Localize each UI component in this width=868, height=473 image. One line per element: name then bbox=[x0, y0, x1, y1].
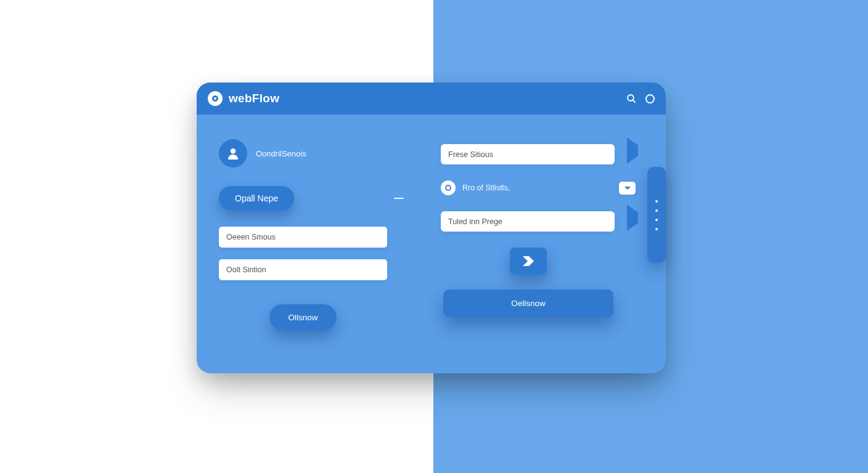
card-header: webFlow bbox=[197, 83, 666, 115]
play-icon-1[interactable] bbox=[627, 145, 638, 156]
right-input-3[interactable] bbox=[441, 211, 615, 232]
main-card: webFlow OondrilSenois bbox=[197, 83, 666, 373]
svg-line-1 bbox=[633, 100, 635, 102]
dropdown-button[interactable] bbox=[619, 182, 636, 195]
right-input-1[interactable] bbox=[441, 144, 615, 164]
arrow-button[interactable] bbox=[510, 248, 547, 275]
brand-name: webFlow bbox=[229, 92, 279, 105]
svg-point-2 bbox=[231, 148, 235, 153]
left-submit-button[interactable]: Ollsnow bbox=[269, 304, 337, 330]
right-column: Rro of Stlistls, Oellsnow bbox=[441, 144, 638, 317]
svg-marker-3 bbox=[523, 256, 534, 266]
right-row-2: Rro of Stlistls, bbox=[441, 180, 638, 195]
chip-button[interactable]: Opall Nepe bbox=[219, 186, 294, 211]
avatar-icon bbox=[219, 139, 247, 168]
left-input-2[interactable] bbox=[219, 259, 387, 280]
right-row-3 bbox=[441, 211, 638, 232]
right-submit-label: Oellsnow bbox=[511, 299, 546, 308]
search-icon[interactable] bbox=[626, 93, 637, 104]
row2-label: Rro of Stlistls, bbox=[462, 184, 612, 192]
header-actions bbox=[626, 93, 655, 104]
right-row-1 bbox=[441, 144, 638, 164]
right-submit-button[interactable]: Oellsnow bbox=[443, 289, 613, 317]
left-submit-label: Ollsnow bbox=[288, 313, 317, 322]
rail-dot bbox=[655, 228, 658, 230]
minus-icon[interactable] bbox=[394, 198, 404, 200]
play-icon-2[interactable] bbox=[627, 212, 638, 224]
card-body: OondrilSenois Opall Nepe Ollsnow bbox=[197, 115, 666, 373]
side-rail[interactable] bbox=[647, 167, 666, 263]
arrow-right-icon bbox=[523, 256, 534, 266]
rail-dot bbox=[655, 219, 658, 221]
avatar-row: OondrilSenois bbox=[219, 139, 416, 168]
rail-dot bbox=[655, 200, 658, 203]
brand-logo-icon bbox=[208, 91, 223, 106]
left-input-1[interactable] bbox=[219, 227, 387, 248]
row2-circle-icon bbox=[441, 180, 456, 195]
chevron-down-icon bbox=[624, 187, 631, 190]
profile-icon[interactable] bbox=[645, 94, 655, 103]
left-column: OondrilSenois Opall Nepe Ollsnow bbox=[219, 139, 416, 330]
chip-label: Opall Nepe bbox=[235, 193, 278, 203]
chip-row: Opall Nepe bbox=[219, 186, 416, 211]
avatar-label: OondrilSenois bbox=[256, 149, 306, 158]
rail-dot bbox=[655, 209, 658, 212]
brand-wrap: webFlow bbox=[208, 91, 279, 106]
